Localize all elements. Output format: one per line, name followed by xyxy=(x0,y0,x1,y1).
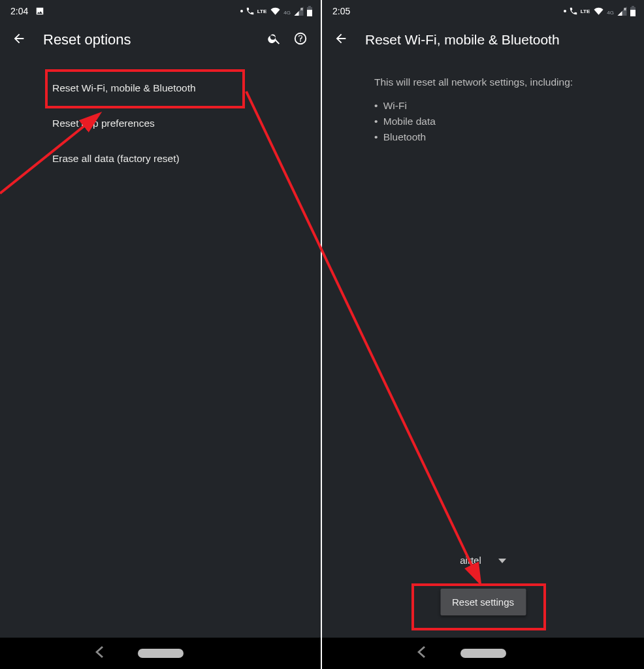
app-bar: Reset options xyxy=(0,20,321,56)
option-factory-reset[interactable]: Erase all data (factory reset) xyxy=(0,141,321,176)
4g-label: 4G xyxy=(283,10,291,16)
back-icon[interactable] xyxy=(334,31,348,48)
reset-settings-button[interactable]: Reset settings xyxy=(440,589,526,615)
nav-bar xyxy=(0,638,321,669)
sim-picker[interactable]: airtel xyxy=(322,555,644,566)
status-time: 2:05 xyxy=(332,6,350,16)
wifi-icon xyxy=(593,7,604,16)
option-label: Erase all data (factory reset) xyxy=(52,153,180,164)
4g-label: 4G xyxy=(607,10,614,16)
dot-icon xyxy=(564,10,566,12)
reset-options-list: Reset Wi-Fi, mobile & Bluetooth Reset ap… xyxy=(0,56,321,176)
button-label: Reset settings xyxy=(452,596,514,608)
back-icon[interactable] xyxy=(12,31,26,48)
bullets: Wi-Fi Mobile data Bluetooth xyxy=(374,98,644,145)
status-time: 2:04 xyxy=(10,6,28,16)
signal-icon: R xyxy=(617,7,627,16)
picture-notification-icon xyxy=(35,7,45,16)
option-reset-network[interactable]: Reset Wi-Fi, mobile & Bluetooth xyxy=(0,71,321,106)
search-icon[interactable] xyxy=(267,31,282,48)
screen-reset-network-detail: 2:05 LTE 4G R xyxy=(322,0,644,669)
screen-reset-options: 2:04 LTE 4G R xyxy=(0,0,322,669)
nav-home-pill[interactable] xyxy=(460,649,506,658)
option-reset-app-prefs[interactable]: Reset app preferences xyxy=(0,106,321,141)
bullet-item: Mobile data xyxy=(374,114,644,129)
svg-point-0 xyxy=(240,10,243,12)
bullet-item: Bluetooth xyxy=(374,129,644,145)
svg-point-2 xyxy=(564,10,566,12)
detail-body: This will reset all network settings, in… xyxy=(322,56,644,145)
lead-text: This will reset all network settings, in… xyxy=(374,74,644,90)
option-label: Reset app preferences xyxy=(52,118,155,129)
option-label: Reset Wi-Fi, mobile & Bluetooth xyxy=(52,82,196,93)
page-title: Reset options xyxy=(43,31,255,48)
nav-home-pill[interactable] xyxy=(138,649,184,658)
svg-text:R: R xyxy=(624,8,626,11)
nav-back-icon[interactable] xyxy=(417,646,425,661)
page-title: Reset Wi-Fi, mobile & Bluetooth xyxy=(365,32,631,48)
lte-label: LTE xyxy=(257,8,267,14)
signal-icon: R xyxy=(294,7,304,16)
bullet-item: Wi-Fi xyxy=(374,98,644,114)
app-bar: Reset Wi-Fi, mobile & Bluetooth xyxy=(322,20,644,56)
svg-text:R: R xyxy=(300,8,303,11)
nav-back-icon[interactable] xyxy=(95,646,103,661)
dot-icon xyxy=(240,10,243,12)
lte-label: LTE xyxy=(581,8,590,14)
sim-selected: airtel xyxy=(460,555,481,566)
wifi-icon xyxy=(270,7,281,16)
battery-icon xyxy=(630,6,636,16)
status-bar: 2:05 LTE 4G R xyxy=(322,0,644,20)
status-bar: 2:04 LTE 4G R xyxy=(0,0,321,20)
battery-icon xyxy=(306,6,313,16)
volte-call-icon xyxy=(246,7,255,16)
chevron-down-icon xyxy=(498,555,506,566)
help-icon[interactable] xyxy=(293,31,308,48)
nav-bar xyxy=(322,638,644,669)
volte-call-icon xyxy=(569,7,578,16)
